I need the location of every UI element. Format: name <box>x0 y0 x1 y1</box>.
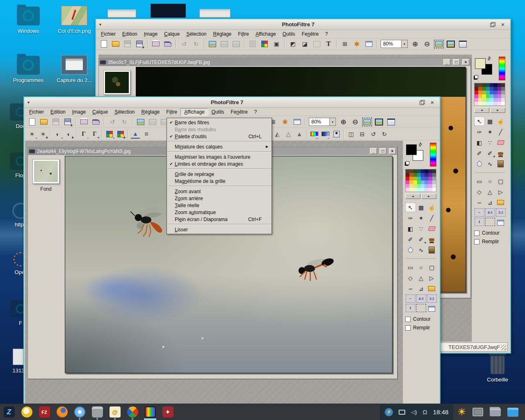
menu-item-palette-outils[interactable]: ✔Palette d'outilsCtrl+L <box>167 133 272 140</box>
file-manager-button[interactable] <box>91 404 104 420</box>
rotate-left-icon[interactable] <box>369 130 378 139</box>
menu-selection[interactable]: Sélection <box>183 31 210 37</box>
ratio-4-3[interactable]: 4:3 <box>416 294 426 303</box>
color-cell[interactable] <box>406 173 409 177</box>
color-cell[interactable] <box>478 87 482 91</box>
eraser-tool[interactable] <box>495 138 506 147</box>
auto-levels-icon[interactable] <box>131 130 140 139</box>
advanced-brush-tool[interactable] <box>416 235 427 244</box>
palette-scroll-right-button[interactable]: ► <box>421 194 436 199</box>
rotate-right-icon[interactable] <box>380 130 389 139</box>
brightness-minus-icon[interactable] <box>27 130 37 139</box>
menu-filtre[interactable]: Filtre <box>235 31 252 37</box>
magic-wand-tool[interactable] <box>485 127 495 137</box>
color-cell[interactable] <box>413 184 417 188</box>
vary-icon[interactable] <box>332 130 341 139</box>
color-cell[interactable] <box>498 98 501 102</box>
color-cell[interactable] <box>421 188 425 192</box>
palette-scroll-right-button[interactable]: ► <box>490 107 505 113</box>
color-cell[interactable] <box>486 98 490 102</box>
right-triangle-selection[interactable] <box>495 187 506 196</box>
print-icon[interactable] <box>151 39 160 48</box>
color-cell[interactable] <box>409 169 413 173</box>
color-cell[interactable] <box>421 180 425 184</box>
gamma-plus-icon[interactable] <box>90 130 99 139</box>
color-cell[interactable] <box>432 184 436 188</box>
menu-filtre[interactable]: Filtre <box>163 109 180 115</box>
move-tool[interactable] <box>427 203 437 212</box>
load-selection[interactable] <box>427 284 437 293</box>
menu-outils[interactable]: Outils <box>208 109 228 115</box>
rounded-rect-selection[interactable] <box>427 262 437 272</box>
color-cell[interactable] <box>475 102 478 105</box>
firefox-button[interactable] <box>55 404 68 420</box>
explorer-icon[interactable] <box>340 39 349 48</box>
image-window-titlebar[interactable]: 35ec0c7_SLFjFsdUTEOXES7dUGFJwqFB.jpg _ □… <box>99 58 470 66</box>
color-cell[interactable] <box>490 87 493 91</box>
menu-item-lisser[interactable]: Lisser <box>167 226 272 233</box>
zoom-combo[interactable]: 80%▼ <box>309 118 336 126</box>
color-cell[interactable] <box>490 94 493 98</box>
color-cell[interactable] <box>498 94 501 98</box>
color-cell[interactable] <box>406 177 409 180</box>
color-cell[interactable] <box>475 87 478 91</box>
menu-aide[interactable]: ? <box>322 31 331 37</box>
color-cell[interactable] <box>432 177 436 180</box>
zoom-in-icon[interactable] <box>339 117 348 126</box>
menu-fenetre[interactable]: Fenêtre <box>227 109 251 115</box>
layer-manager-tool[interactable] <box>416 203 427 212</box>
swap-colors-icon[interactable]: ⇄ <box>486 55 493 62</box>
ratio-4-3[interactable]: 4:3 <box>485 208 495 217</box>
menu-edition[interactable]: Edition <box>47 109 69 115</box>
color-cell[interactable] <box>501 102 505 105</box>
selection-options[interactable] <box>495 218 506 227</box>
airbrush-tool[interactable] <box>416 224 427 233</box>
smudge-tool[interactable] <box>485 159 495 169</box>
color-cell[interactable] <box>478 83 482 87</box>
color-cell[interactable] <box>409 173 413 177</box>
color-cell[interactable] <box>409 188 413 192</box>
color-cell[interactable] <box>432 173 436 177</box>
color-cell[interactable] <box>413 169 417 173</box>
color-cell[interactable] <box>425 173 428 177</box>
load-selection[interactable] <box>495 198 506 207</box>
screenshot-app-icon[interactable] <box>472 408 483 416</box>
ellipse-selection[interactable] <box>485 176 495 186</box>
image-size-icon[interactable] <box>136 117 145 126</box>
window-menu-button[interactable]: ▾ <box>99 21 107 28</box>
color-cell[interactable] <box>432 169 436 173</box>
restore-button[interactable] <box>489 21 497 28</box>
text-selection[interactable]: I <box>475 218 484 226</box>
menu-item-zoom-arriere[interactable]: Zoom arrière <box>167 195 272 202</box>
color-cell[interactable] <box>493 94 497 98</box>
color-cell[interactable] <box>493 91 497 94</box>
window-preview-1[interactable] <box>107 9 136 18</box>
open-image-icon[interactable] <box>111 39 120 48</box>
rect-selection[interactable] <box>474 176 485 186</box>
blur-tool[interactable] <box>474 159 485 169</box>
color-cell[interactable] <box>486 102 490 105</box>
fit-image-icon[interactable] <box>363 117 372 126</box>
eraser-tool[interactable] <box>427 224 437 233</box>
sharpen-icon[interactable] <box>295 130 304 139</box>
color-cell[interactable] <box>425 180 428 184</box>
filezilla-button[interactable]: FZ <box>38 404 51 420</box>
contrast-plus-icon[interactable] <box>64 130 73 139</box>
color-cell[interactable] <box>501 91 505 94</box>
tools-icon[interactable] <box>352 39 361 48</box>
relief-icon[interactable] <box>273 130 282 139</box>
zoom-out-icon[interactable] <box>351 117 360 126</box>
diamond-selection[interactable] <box>405 273 416 283</box>
advanced-brush-tool[interactable] <box>485 148 495 158</box>
color-cell[interactable] <box>409 177 413 180</box>
color-cell[interactable] <box>478 91 482 94</box>
color-cell[interactable] <box>425 188 428 192</box>
desktop-icon-windows[interactable]: Windows <box>6 7 51 34</box>
power-indicator-icon[interactable]: ⚡ <box>385 408 393 416</box>
gamma-minus-icon[interactable] <box>79 130 88 139</box>
layer-thumbnail[interactable] <box>32 159 59 184</box>
weather-sun-icon[interactable]: ☀ <box>457 406 466 418</box>
text-effect-2-icon[interactable] <box>300 39 309 48</box>
window-preview-2[interactable] <box>151 4 186 18</box>
desktop-icon-col-dech[interactable]: Col d'Ech.png <box>52 6 97 34</box>
